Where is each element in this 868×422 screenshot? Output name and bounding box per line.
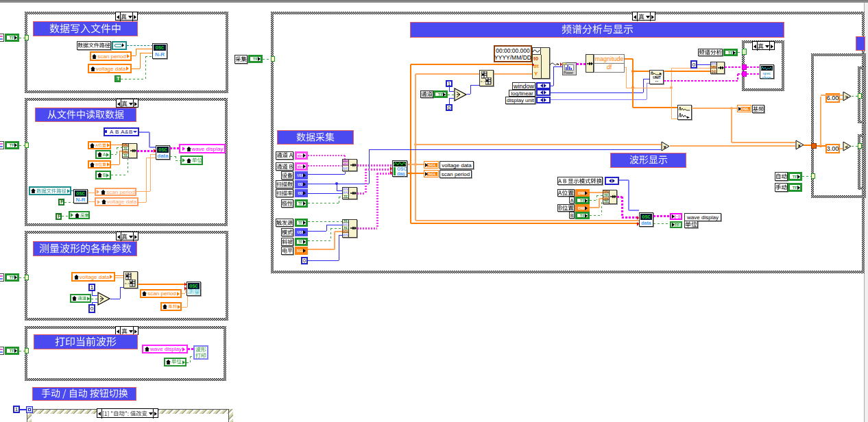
svg-text:x: x xyxy=(798,142,801,149)
svg-text:>: > xyxy=(845,94,849,100)
svg-text:<: < xyxy=(845,144,849,150)
svg-text:x: x xyxy=(664,144,667,150)
